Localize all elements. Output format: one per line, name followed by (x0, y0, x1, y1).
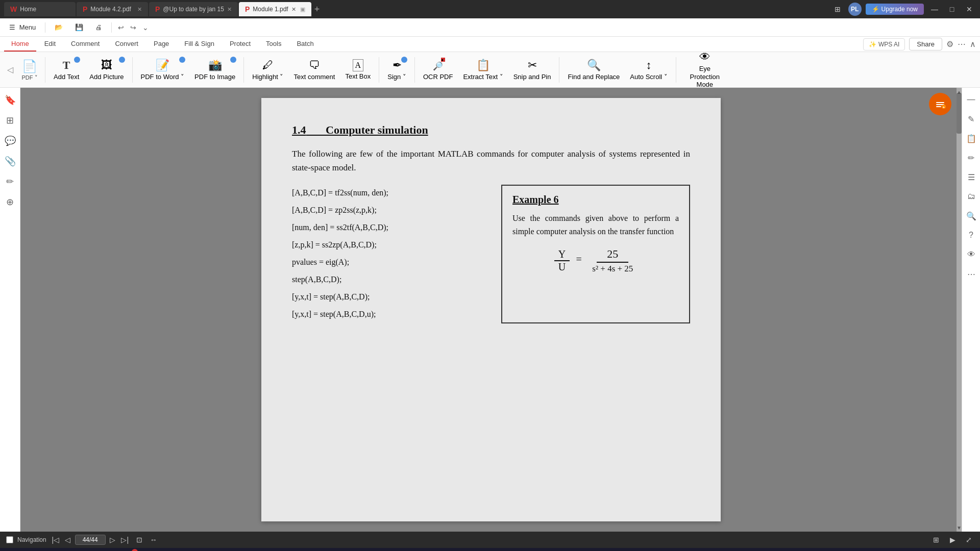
nav-prev-button[interactable]: ◁ (63, 535, 73, 545)
zoom-scroll-button[interactable]: ↔ (149, 535, 159, 545)
menu-hamburger[interactable]: ☰ Menu (4, 21, 41, 33)
ribbon-right: ✨ WPS AI Share ⚙ ⋯ ∧ (863, 38, 976, 51)
tab-fillsign-ribbon[interactable]: Fill & Sign (177, 37, 222, 52)
more-options-icon[interactable]: ⋯ (958, 39, 966, 49)
pdf-action-button[interactable]: + (929, 93, 951, 115)
auto-scroll-icon: ↕ (646, 59, 652, 72)
more-button[interactable]: ⌄ (140, 22, 151, 33)
open-file[interactable]: 📂 (50, 21, 68, 33)
save-file[interactable]: 💾 (70, 21, 88, 33)
reading-mode-button[interactable]: ⊞ (931, 535, 941, 545)
right-icon-more[interactable]: ⋯ (964, 266, 979, 282)
tab-page-ribbon[interactable]: Page (146, 37, 176, 52)
auto-scroll-button[interactable]: ↕ Auto Scroll ˅ (626, 55, 671, 85)
scrollbar[interactable]: ▲ ▼ (957, 88, 962, 532)
sidebar-icon-thumbnail[interactable]: ⊞ (2, 112, 18, 129)
right-icon-align[interactable]: ☰ (964, 169, 979, 185)
tab-module42[interactable]: P Module 4.2.pdf ✕ (77, 2, 148, 16)
right-icon-eye[interactable]: 👁 (964, 247, 979, 262)
statusbar-right: ⊞ ▶ ⤢ (931, 535, 974, 545)
zoom-fit-button[interactable]: ⊡ (134, 535, 144, 545)
sign-button[interactable]: ✒ Sign ˅ (383, 55, 410, 85)
tab-uptodate[interactable]: P @Up to date by jan 15 ✕ (149, 2, 238, 16)
right-icon-minus[interactable]: — (964, 92, 979, 107)
undo-button[interactable]: ↩ (116, 22, 126, 33)
nav-last-button[interactable]: ▷| (120, 535, 130, 545)
upgrade-button[interactable]: ⚡ Upgrade now (866, 4, 924, 15)
tab-edit-ribbon[interactable]: Edit (37, 37, 63, 52)
tab-convert-ribbon[interactable]: Convert (108, 37, 145, 52)
avatar[interactable]: PL (848, 3, 862, 16)
nav-first-button[interactable]: |◁ (51, 535, 61, 545)
add-picture-badge (119, 57, 125, 63)
tab-home-ribbon[interactable]: Home (4, 37, 36, 52)
sidebar-icon-attachment[interactable]: 📎 (2, 153, 18, 169)
maximize-button[interactable]: □ (945, 3, 959, 16)
sidebar-icon-bookmark[interactable]: 🔖 (2, 92, 18, 108)
tab-batch-ribbon[interactable]: Batch (289, 37, 321, 52)
tab-module42-close[interactable]: ✕ (137, 6, 142, 13)
scroll-up-arrow[interactable]: ▲ (957, 89, 962, 95)
add-picture-button[interactable]: 🖼 Add Picture (85, 55, 128, 85)
minimize-button[interactable]: — (928, 3, 941, 16)
eye-protection-button[interactable]: 👁 Eye Protection Mode (680, 55, 729, 85)
extract-text-button[interactable]: 📋 Extract Text ˅ (459, 55, 507, 85)
highlight-button[interactable]: 🖊 Highlight ˅ (248, 55, 287, 85)
content-layout: [A,B,C,D] = tf2ss(num, den); [A,B,C,D] =… (292, 185, 690, 323)
tab-protect-ribbon[interactable]: Protect (223, 37, 258, 52)
collapse-left-button[interactable]: ◁ (4, 55, 16, 85)
formula-rhs-fraction: 25 s² + 4s + 25 (588, 246, 637, 275)
add-text-button[interactable]: T Add Text (50, 55, 83, 85)
right-icon-help[interactable]: ? (964, 228, 979, 243)
snip-and-pin-button[interactable]: ✂ Snip and Pin (509, 55, 555, 85)
sidebar-icon-layers[interactable]: ⊕ (2, 194, 18, 210)
code-item-3: [num, den] = ss2tf(A,B,C,D); (292, 219, 491, 236)
redo-button[interactable]: ↪ (128, 22, 138, 33)
tab-module1[interactable]: P Module 1.pdf ✕ ▣ (239, 2, 311, 16)
tab-uptodate-close[interactable]: ✕ (227, 6, 232, 13)
play-button[interactable]: ▶ (947, 535, 958, 545)
right-icon-history[interactable]: 🗂 (964, 189, 979, 204)
scroll-down-arrow[interactable]: ▼ (957, 524, 962, 531)
tab-home[interactable]: W Home (4, 2, 76, 16)
pdf-to-image-button[interactable]: 📸 PDF to Image (190, 55, 239, 85)
right-icon-draw[interactable]: ✏ (964, 150, 979, 165)
wps-ai-button[interactable]: ✨ WPS AI (863, 38, 905, 51)
text-comment-button[interactable]: 🗨 Text comment (289, 55, 339, 85)
pdf-to-word-button[interactable]: 📝 PDF to Word ˅ (137, 55, 189, 85)
close-button[interactable]: ✕ (963, 3, 976, 16)
tab-module1-label: Module 1.pdf (253, 6, 288, 13)
text-box-button[interactable]: A Text Box (341, 55, 375, 85)
tab-module1-close[interactable]: ✕ (291, 6, 296, 13)
navigation-checkbox[interactable] (6, 536, 13, 543)
add-tab-button[interactable]: + (314, 4, 320, 15)
sidebar-icon-signature[interactable]: ✏ (2, 173, 18, 190)
tab-comment-ribbon[interactable]: Comment (64, 37, 107, 52)
taskbar: W W ! ♪ (0, 548, 980, 551)
expand-icon[interactable]: ⊞ (831, 3, 844, 16)
collapse-ribbon-icon[interactable]: ∧ (970, 39, 976, 49)
settings-icon[interactable]: ⚙ (946, 39, 953, 49)
tab-tools-ribbon[interactable]: Tools (259, 37, 288, 52)
right-icon-zoom[interactable]: 🔍 (964, 208, 979, 223)
code-item-2: [A,B,C,D] = zp2ss(z,p,k); (292, 202, 491, 218)
code-list: [A,B,C,D] = tf2ss(num, den); [A,B,C,D] =… (292, 185, 491, 322)
ocr-pdf-button[interactable]: 🔎 ● OCR PDF (419, 55, 457, 85)
sidebar-icon-comment[interactable]: 💬 (2, 133, 18, 149)
share-button[interactable]: Share (909, 38, 942, 51)
formula-numerator: 25 (597, 246, 628, 263)
formula-denominator: s² + 4s + 25 (588, 263, 637, 275)
text-comment-icon: 🗨 (309, 59, 320, 72)
tab-module42-icon: P (83, 5, 87, 13)
right-icon-edit[interactable]: ✎ (964, 111, 979, 127)
find-replace-button[interactable]: 🔍 Find and Replace (564, 55, 624, 85)
scroll-thumb[interactable] (957, 93, 962, 134)
nav-next-button[interactable]: ▷ (108, 535, 118, 545)
page-input[interactable] (75, 535, 106, 545)
sign-label: Sign ˅ (387, 73, 406, 81)
pdf-tool-button[interactable]: 📄 PDF ˅ (18, 55, 41, 85)
print-file[interactable]: 🖨 (90, 21, 107, 33)
right-icon-copy[interactable]: 📋 (964, 131, 979, 146)
pdf-area[interactable]: + ▲ ▼ 1.4 Computer simulation The follow… (20, 88, 962, 532)
fullscreen-button[interactable]: ⤢ (964, 535, 974, 545)
